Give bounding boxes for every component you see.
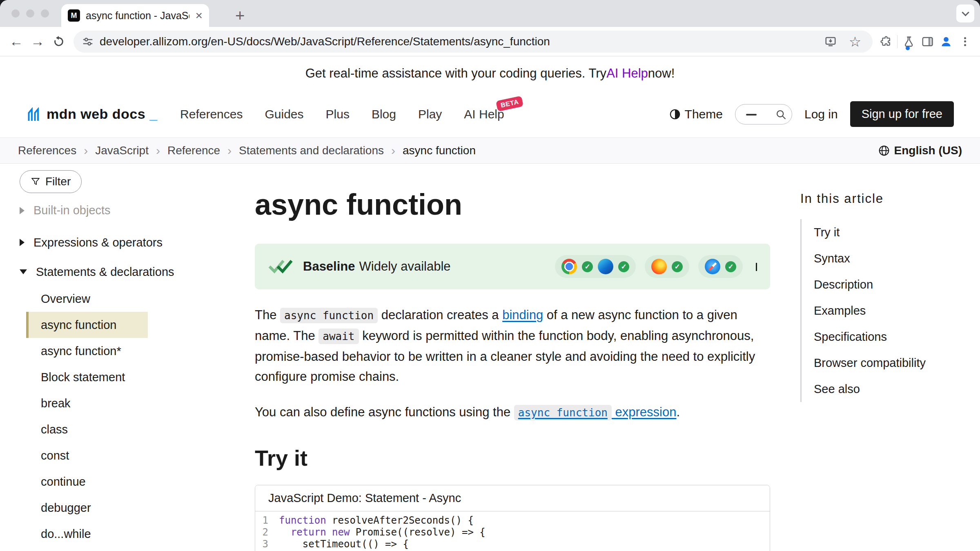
code-text: return new Promise((resolve) => { xyxy=(279,527,486,538)
toc-item-examples[interactable]: Examples xyxy=(802,298,980,324)
code-link[interactable]: async function xyxy=(514,405,612,419)
breadcrumb-bar: References›JavaScript›Reference›Statemen… xyxy=(0,138,980,164)
chrome-labs-button[interactable] xyxy=(899,32,918,51)
code-line: 1function resolveAfter2Seconds() { xyxy=(255,515,770,527)
text-link[interactable]: expression xyxy=(612,405,677,419)
install-icon xyxy=(824,36,837,48)
new-tab-button[interactable]: + xyxy=(235,7,245,24)
url-text: developer.allizom.org/en-US/docs/Web/Jav… xyxy=(100,35,815,48)
browser-group: ✓ xyxy=(698,255,743,278)
install-app-button[interactable] xyxy=(821,32,840,51)
globe-icon xyxy=(878,144,890,157)
flask-icon xyxy=(902,36,915,48)
toc-item-see-also[interactable]: See also xyxy=(802,376,980,402)
browser-menu-button[interactable] xyxy=(956,32,974,51)
sidebar-item-const[interactable]: const xyxy=(26,442,148,469)
sidebar-item-break[interactable]: break xyxy=(26,390,148,416)
sidebar-item-do-while[interactable]: do...while xyxy=(26,521,148,547)
demo-code[interactable]: 1function resolveAfter2Seconds() {2 retu… xyxy=(255,511,770,551)
check-icon: ✓ xyxy=(672,261,683,272)
mdn-logo-icon xyxy=(26,107,42,122)
sidebar-item-continue[interactable]: continue xyxy=(26,469,148,495)
locale-label: English (US) xyxy=(894,144,962,157)
mdn-favicon-icon: M xyxy=(68,9,80,22)
chevron-right-icon: › xyxy=(227,144,232,158)
nav-item-label: Guides xyxy=(265,107,303,121)
edge-icon xyxy=(598,259,613,274)
breadcrumb-link[interactable]: References xyxy=(18,144,76,157)
reload-button[interactable] xyxy=(48,31,69,52)
sidebar-section-expressions-operators[interactable]: Expressions & operators xyxy=(20,233,255,252)
sidebar-section-statements-declarations[interactable]: Statements & declarations xyxy=(20,262,255,282)
breadcrumb-link[interactable]: JavaScript xyxy=(95,144,149,157)
sidebar-filter-button[interactable]: Filter xyxy=(20,170,82,193)
promo-text-before: Get real-time assistance with your codin… xyxy=(305,66,606,81)
interactive-demo: JavaScript Demo: Statement - Async 1func… xyxy=(255,485,770,551)
ai-help-link[interactable]: AI Help xyxy=(606,66,648,81)
baseline-status: BaselineWidely available xyxy=(303,259,451,274)
breadcrumb-link[interactable]: Statements and declarations xyxy=(239,144,384,157)
baseline-browsers: ✓✓✓✓ xyxy=(555,255,743,278)
bookmark-button[interactable]: ☆ xyxy=(846,32,864,51)
toolbar-divider xyxy=(897,35,898,48)
back-button[interactable]: ← xyxy=(6,31,27,52)
nav-item-guides[interactable]: Guides xyxy=(265,107,303,121)
toc-item-description[interactable]: Description xyxy=(802,271,980,298)
forward-button[interactable]: → xyxy=(27,31,48,52)
extensions-button[interactable] xyxy=(877,32,895,51)
filter-label: Filter xyxy=(45,175,71,188)
login-link[interactable]: Log in xyxy=(804,107,838,121)
safari-icon xyxy=(705,259,720,274)
close-window-button[interactable] xyxy=(11,9,20,18)
theme-toggle[interactable]: Theme xyxy=(669,107,723,121)
demo-title: JavaScript Demo: Statement - Async xyxy=(255,485,770,511)
sidebar-section-built-in-objects[interactable]: Built-in objects xyxy=(20,204,255,217)
nav-item-references[interactable]: References xyxy=(180,107,243,121)
minimize-window-button[interactable] xyxy=(26,9,34,18)
breadcrumb: References›JavaScript›Reference›Statemen… xyxy=(18,144,476,158)
text-link[interactable]: binding xyxy=(502,308,543,322)
side-panel-button[interactable] xyxy=(918,32,937,51)
baseline-label: Baseline xyxy=(303,259,355,273)
nav-item-plus[interactable]: Plus xyxy=(326,107,350,121)
sidebar-item-debugger[interactable]: debugger xyxy=(26,495,148,521)
beta-badge: BETA xyxy=(496,96,523,111)
language-switcher[interactable]: English (US) xyxy=(878,144,962,157)
address-bar[interactable]: developer.allizom.org/en-US/docs/Web/Jav… xyxy=(74,31,873,53)
profile-button[interactable] xyxy=(937,32,956,51)
toc-item-try-it[interactable]: Try it xyxy=(802,219,980,245)
tab-title: async function - JavaScript | xyxy=(86,10,189,22)
maximize-window-button[interactable] xyxy=(41,9,49,18)
sidebar-item-overview[interactable]: Overview xyxy=(26,286,148,312)
tryit-heading: Try it xyxy=(255,446,770,470)
toc-item-specifications[interactable]: Specifications xyxy=(802,324,980,350)
close-tab-icon[interactable]: × xyxy=(195,9,203,22)
sidebar-item-class[interactable]: class xyxy=(26,416,148,442)
sidebar-item-block-statement[interactable]: Block statement xyxy=(26,364,148,390)
signup-button[interactable]: Sign up for free xyxy=(850,101,954,127)
tab-search-button[interactable] xyxy=(956,4,974,22)
nav-item-ai-help[interactable]: AI HelpBETA xyxy=(464,107,504,121)
article: async function BaselineWidely available … xyxy=(255,164,770,551)
sidebar-item-empty-statement[interactable]: Empty statement xyxy=(26,547,148,551)
sidebar-item-async-function[interactable]: async function xyxy=(26,312,148,338)
notification-dot xyxy=(906,46,910,50)
toc-item-browser-compatibility[interactable]: Browser compatibility xyxy=(802,350,980,376)
browser-tab[interactable]: M async function - JavaScript | × xyxy=(61,4,209,27)
check-icon: ✓ xyxy=(582,261,593,272)
site-settings-icon[interactable] xyxy=(82,36,94,48)
sidebar-section-label: Built-in objects xyxy=(33,204,111,217)
toolbar: ← → developer.allizom.org/en-US/docs/Web… xyxy=(0,27,980,56)
nav-item-play[interactable]: Play xyxy=(418,107,442,121)
toc-item-syntax[interactable]: Syntax xyxy=(802,245,980,271)
search-input[interactable] xyxy=(735,104,792,124)
side-panel-icon xyxy=(921,36,933,48)
nav-item-blog[interactable]: Blog xyxy=(372,107,396,121)
baseline-widget[interactable]: BaselineWidely available ✓✓✓✓ xyxy=(255,244,770,289)
breadcrumb-link[interactable]: Reference xyxy=(167,144,220,157)
baseline-expand-button[interactable] xyxy=(756,263,757,270)
reload-icon xyxy=(52,35,65,48)
site-header: mdn web docs _ ReferencesGuidesPlusBlogP… xyxy=(0,91,980,138)
mdn-logo[interactable]: mdn web docs _ xyxy=(26,106,157,122)
sidebar-item-async-function[interactable]: async function* xyxy=(26,338,148,364)
